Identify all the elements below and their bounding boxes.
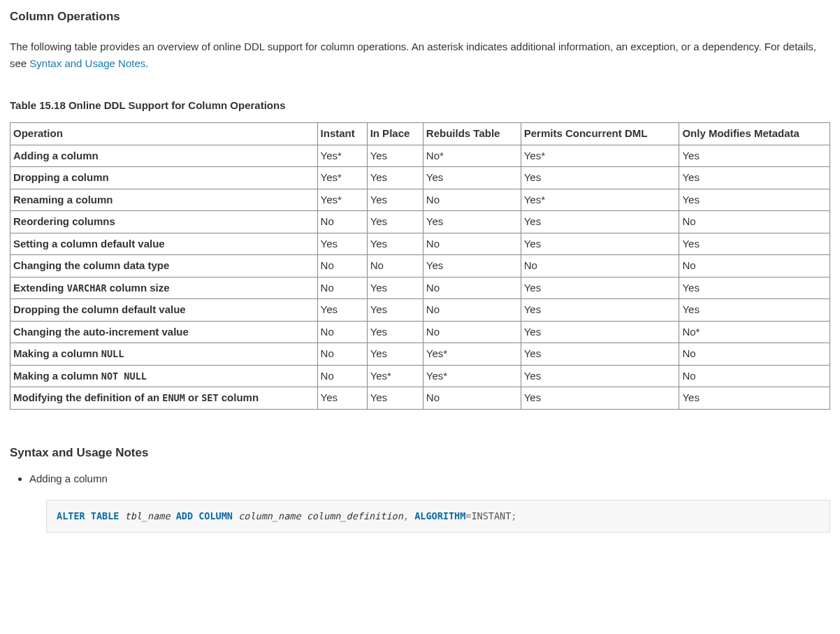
cell-inplace: Yes <box>367 387 423 410</box>
cell-meta: Yes <box>679 233 830 255</box>
notes-heading: Syntax and Usage Notes <box>10 443 830 462</box>
cell-rebuilds: No <box>423 321 521 343</box>
cell-instant: Yes* <box>317 167 367 189</box>
table-row: Renaming a columnYes*YesNoYes*Yes <box>10 189 830 211</box>
col-rebuilds: Rebuilds Table <box>423 123 521 145</box>
cell-meta: No <box>679 255 830 278</box>
cell-instant: No <box>317 255 367 278</box>
cell-instant: Yes* <box>317 145 367 167</box>
cell-operation: Adding a column <box>10 145 318 167</box>
cell-instant: No <box>317 365 367 387</box>
cell-meta: Yes <box>679 299 830 322</box>
example-sql: ALTER TABLE tbl_name ADD COLUMN column_n… <box>46 500 830 533</box>
cell-inplace: Yes <box>367 233 423 255</box>
cell-meta: No <box>679 211 830 233</box>
cell-concurrent: Yes <box>521 343 679 366</box>
ddl-support-table: Operation Instant In Place Rebuilds Tabl… <box>10 122 830 410</box>
cell-rebuilds: Yes* <box>423 365 521 387</box>
cell-inplace: Yes* <box>367 365 423 387</box>
cell-inplace: Yes <box>367 167 423 189</box>
notes-list: Adding a column <box>29 470 830 487</box>
cell-instant: No <box>317 343 367 366</box>
table-row: Setting a column default valueYesYesNoYe… <box>10 233 830 255</box>
table-row: Making a column NOT NULLNoYes*Yes*YesNo <box>10 365 830 387</box>
cell-inplace: Yes <box>367 277 423 299</box>
cell-operation: Changing the column data type <box>10 255 318 278</box>
cell-operation: Changing the auto-increment value <box>10 321 318 343</box>
cell-inplace: Yes <box>367 189 423 211</box>
cell-rebuilds: Yes <box>423 255 521 278</box>
cell-concurrent: No <box>521 255 679 278</box>
list-item: Adding a column <box>29 470 830 487</box>
cell-rebuilds: No <box>423 277 521 299</box>
cell-operation: Modifying the definition of an ENUM or S… <box>10 387 318 410</box>
cell-concurrent: Yes* <box>521 145 679 167</box>
cell-concurrent: Yes <box>521 299 679 322</box>
cell-rebuilds: No <box>423 299 521 322</box>
cell-operation: Renaming a column <box>10 189 318 211</box>
cell-rebuilds: Yes <box>423 211 521 233</box>
cell-concurrent: Yes <box>521 233 679 255</box>
table-header-row: Operation Instant In Place Rebuilds Tabl… <box>10 123 830 145</box>
syntax-notes-link[interactable]: Syntax and Usage Notes <box>29 57 145 69</box>
cell-inplace: Yes <box>367 211 423 233</box>
cell-instant: No <box>317 321 367 343</box>
cell-inplace: Yes <box>367 299 423 322</box>
cell-operation: Making a column NULL <box>10 343 318 366</box>
cell-meta: No* <box>679 321 830 343</box>
cell-instant: Yes* <box>317 189 367 211</box>
cell-concurrent: Yes <box>521 277 679 299</box>
table-row: Changing the auto-increment valueNoYesNo… <box>10 321 830 343</box>
cell-inplace: No <box>367 255 423 278</box>
cell-meta: Yes <box>679 387 830 410</box>
cell-rebuilds: Yes <box>423 167 521 189</box>
cell-concurrent: Yes <box>521 321 679 343</box>
cell-instant: No <box>317 277 367 299</box>
cell-meta: No <box>679 343 830 366</box>
col-meta: Only Modifies Metadata <box>679 123 830 145</box>
cell-meta: Yes <box>679 277 830 299</box>
cell-instant: Yes <box>317 387 367 410</box>
cell-operation: Dropping a column <box>10 167 318 189</box>
table-caption: Table 15.18 Online DDL Support for Colum… <box>10 97 830 114</box>
cell-instant: Yes <box>317 299 367 322</box>
cell-inplace: Yes <box>367 145 423 167</box>
table-row: Extending VARCHAR column sizeNoYesNoYesY… <box>10 277 830 299</box>
table-row: Dropping the column default valueYesYesN… <box>10 299 830 322</box>
table-row: Changing the column data typeNoNoYesNoNo <box>10 255 830 278</box>
cell-meta: No <box>679 365 830 387</box>
cell-concurrent: Yes <box>521 167 679 189</box>
cell-concurrent: Yes <box>521 365 679 387</box>
cell-operation: Dropping the column default value <box>10 299 318 322</box>
table-row: Modifying the definition of an ENUM or S… <box>10 387 830 410</box>
intro-tail: . <box>145 57 148 69</box>
table-row: Reordering columnsNoYesYesYesNo <box>10 211 830 233</box>
cell-concurrent: Yes <box>521 387 679 410</box>
cell-rebuilds: No* <box>423 145 521 167</box>
cell-rebuilds: No <box>423 189 521 211</box>
cell-inplace: Yes <box>367 343 423 366</box>
cell-rebuilds: No <box>423 233 521 255</box>
table-row: Dropping a columnYes*YesYesYesYes <box>10 167 830 189</box>
cell-operation: Setting a column default value <box>10 233 318 255</box>
section-heading: Column Operations <box>10 7 830 26</box>
cell-meta: Yes <box>679 145 830 167</box>
cell-inplace: Yes <box>367 321 423 343</box>
table-row: Adding a columnYes*YesNo*Yes*Yes <box>10 145 830 167</box>
cell-concurrent: Yes* <box>521 189 679 211</box>
col-inplace: In Place <box>367 123 423 145</box>
cell-rebuilds: No <box>423 387 521 410</box>
cell-meta: Yes <box>679 189 830 211</box>
cell-meta: Yes <box>679 167 830 189</box>
cell-operation: Making a column NOT NULL <box>10 365 318 387</box>
cell-instant: No <box>317 211 367 233</box>
col-concurrent: Permits Concurrent DML <box>521 123 679 145</box>
col-instant: Instant <box>317 123 367 145</box>
cell-operation: Reordering columns <box>10 211 318 233</box>
table-row: Making a column NULLNoYesYes*YesNo <box>10 343 830 366</box>
cell-concurrent: Yes <box>521 211 679 233</box>
intro-paragraph: The following table provides an overview… <box>10 38 830 72</box>
cell-instant: Yes <box>317 233 367 255</box>
cell-operation: Extending VARCHAR column size <box>10 277 318 299</box>
col-operation: Operation <box>10 123 318 145</box>
